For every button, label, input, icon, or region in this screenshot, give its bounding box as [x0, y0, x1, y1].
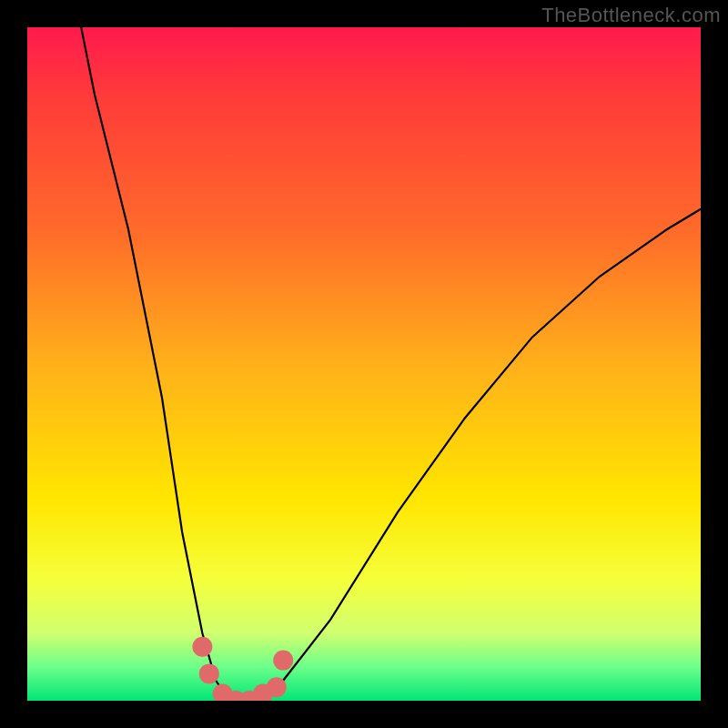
highlight-dot [253, 684, 273, 701]
curve-path [81, 27, 701, 701]
bottleneck-curve [27, 27, 701, 701]
highlight-dot [199, 663, 219, 683]
highlight-dot [192, 637, 212, 657]
highlight-dot [273, 651, 293, 671]
highlight-dot [213, 684, 233, 701]
watermark-text: TheBottleneck.com [541, 4, 721, 27]
highlight-dots [192, 637, 293, 701]
highlight-dot [239, 691, 259, 701]
highlight-dot [267, 677, 287, 697]
chart-frame: TheBottleneck.com [0, 0, 728, 728]
highlight-dot [226, 691, 246, 701]
plot-area [27, 27, 701, 701]
